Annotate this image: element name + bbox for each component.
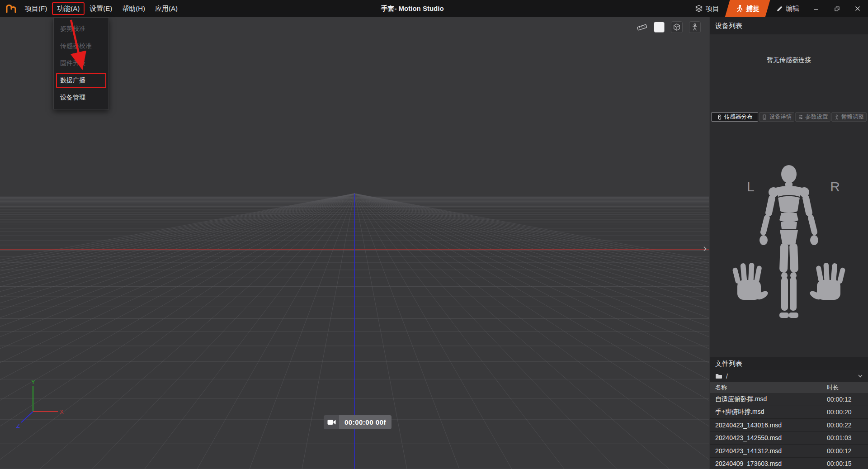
menu-item-device-management[interactable]: 设备管理 [54, 89, 108, 106]
menu-help[interactable]: 帮助(H) [117, 0, 150, 17]
minimize-button[interactable] [806, 0, 826, 17]
capture-mode-label: 捕捉 [746, 5, 760, 13]
minimize-icon [813, 6, 819, 11]
menu-item-data-broadcast[interactable]: 数据广播 [56, 73, 106, 88]
edit-mode-button[interactable]: 编辑 [769, 0, 806, 17]
file-table-header: 名称 时长 [710, 382, 868, 393]
logo-m-icon [5, 3, 17, 14]
maximize-button[interactable] [826, 0, 847, 17]
character-view-button[interactable] [689, 21, 701, 33]
device-list-header: 设备列表 [710, 17, 868, 34]
function-dropdown-menu: 姿势校准 传感器校准 固件升级 数据广播 设备管理 [53, 17, 109, 109]
ruler-icon [637, 23, 647, 32]
window-title: 手套- Motion Studio [381, 5, 443, 13]
menu-item-sensor-calibration: 传感器校准 [54, 38, 108, 55]
viewport-toolbar [637, 21, 701, 33]
folder-path-row[interactable]: / [710, 370, 868, 382]
file-name: 20240423_142550.msd [710, 434, 823, 441]
file-name: 自适应俯卧撑.msd [710, 395, 823, 403]
edit-mode-label: 编辑 [786, 5, 799, 13]
person-icon [691, 23, 699, 31]
capture-mode-button[interactable]: 捕捉 [726, 0, 769, 17]
record-camera-button[interactable] [324, 415, 339, 429]
column-duration[interactable]: 时长 [823, 382, 868, 393]
folder-path: / [726, 373, 728, 380]
titlebar: 项目(F) 功能(A) 设置(E) 帮助(H) 应用(A) 手套- Motion… [0, 0, 868, 17]
file-row[interactable]: 自适应俯卧撑.msd 00:00:12 [710, 393, 868, 406]
project-mode-button[interactable]: 项目 [689, 0, 726, 17]
menu-item-pose-calibration: 姿势校准 [54, 20, 108, 38]
axis-gizmo: Y X Z [4, 379, 67, 433]
file-name: 20240409_173603.msd [710, 460, 823, 467]
device-empty-text: 暂无传感器连接 [710, 34, 868, 111]
layers-icon [695, 5, 703, 13]
body-silhouette [730, 163, 848, 326]
file-row[interactable]: 20240423_143016.msd 00:00:22 [710, 419, 868, 432]
axis-y-label: Y [31, 379, 35, 385]
project-mode-label: 项目 [706, 5, 719, 13]
restore-icon [834, 6, 840, 12]
chevron-down-icon [857, 373, 863, 379]
device-tabs: 传感器分布 设备详情 参数设置 骨骼调整 [710, 111, 868, 123]
file-duration: 00:01:03 [823, 434, 868, 441]
skeleton-icon [834, 114, 840, 120]
menu-settings[interactable]: 设置(E) [85, 0, 117, 17]
file-duration: 00:00:12 [823, 447, 868, 455]
menu-apps[interactable]: 应用(A) [150, 0, 183, 17]
close-icon [855, 6, 860, 11]
file-row[interactable]: 20240423_142550.msd 00:01:03 [710, 432, 868, 445]
file-duration: 00:00:20 [823, 408, 868, 416]
close-button[interactable] [847, 0, 868, 17]
tab-parameter-settings[interactable]: 参数设置 [795, 112, 830, 122]
device-icon [762, 114, 767, 120]
capture-person-icon [736, 5, 743, 13]
file-list-header: 文件列表 [710, 357, 868, 370]
file-duration: 00:00:12 [823, 396, 868, 403]
file-row[interactable]: 20240409_173603.msd 00:00:15 [710, 458, 868, 469]
file-name: 20240423_143016.msd [710, 422, 823, 429]
axis-z-label: Z [16, 422, 20, 429]
timecode-chip: 00:00:00 00f [324, 415, 392, 429]
folder-dropdown-chevron[interactable] [857, 373, 863, 380]
tab-skeleton-adjust[interactable]: 骨骼调整 [831, 112, 867, 122]
right-panel: 设备列表 暂无传感器连接 传感器分布 设备详情 [710, 17, 868, 469]
tab-label: 参数设置 [805, 113, 828, 121]
background-color-button[interactable] [654, 22, 665, 33]
app-logo [0, 3, 20, 14]
tab-label: 传感器分布 [724, 113, 753, 121]
file-row[interactable]: 手+脚俯卧撑.msd 00:00:20 [710, 406, 868, 419]
menu-project[interactable]: 项目(F) [20, 0, 52, 17]
file-duration: 00:00:15 [823, 460, 868, 467]
tab-sensor-distribution[interactable]: 传感器分布 [711, 112, 758, 122]
file-name: 20240423_141312.msd [710, 447, 823, 455]
menu-item-firmware-upgrade: 固件升级 [54, 55, 108, 72]
tab-label: 骨骼调整 [841, 113, 864, 121]
panel-collapse-chevron[interactable] [702, 243, 708, 254]
file-row[interactable]: 20240423_141312.msd 00:00:12 [710, 445, 868, 458]
videocam-icon [327, 419, 336, 425]
file-name: 手+脚俯卧撑.msd [710, 408, 823, 416]
tab-device-details[interactable]: 设备详情 [759, 112, 794, 122]
sensor-distribution-view: L R [710, 123, 868, 357]
sliders-icon [798, 114, 803, 120]
tab-label: 设备详情 [769, 113, 792, 121]
file-duration: 00:00:22 [823, 422, 868, 429]
folder-icon [715, 373, 722, 379]
timecode-text: 00:00:00 00f [339, 415, 392, 429]
sensor-icon [717, 114, 722, 120]
scene-cube-button[interactable] [671, 21, 683, 33]
axis-x-label: X [60, 408, 64, 415]
file-list: 自适应俯卧撑.msd 00:00:12 手+脚俯卧撑.msd 00:00:20 … [710, 393, 868, 469]
menu-function[interactable]: 功能(A) [52, 2, 85, 15]
chevron-right-icon [703, 246, 707, 251]
column-name[interactable]: 名称 [710, 382, 823, 393]
cube-icon [673, 23, 681, 31]
measure-tool-button[interactable] [637, 23, 647, 32]
pencil-icon [776, 5, 783, 12]
